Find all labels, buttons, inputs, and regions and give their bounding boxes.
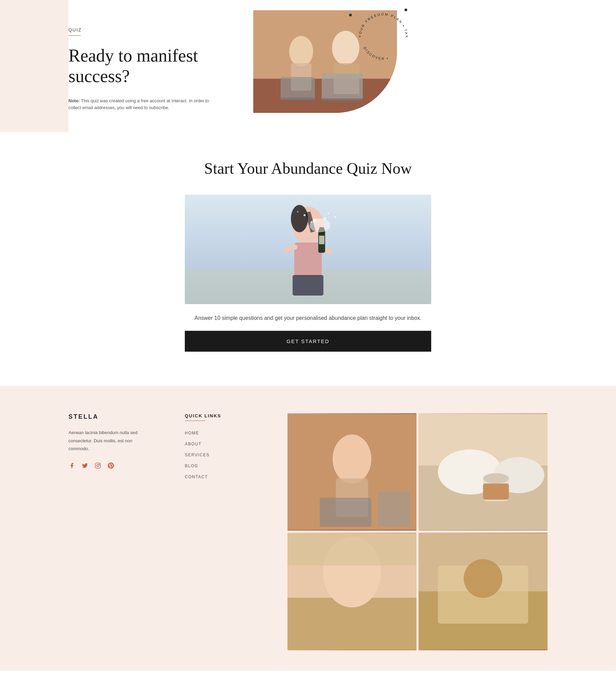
svg-rect-33: [95, 463, 101, 468]
footer-nav-about[interactable]: ABOUT: [185, 442, 267, 446]
svg-point-16: [291, 205, 308, 232]
abundance-title: Start Your Abundance Quiz Now: [204, 159, 412, 178]
quiz-note-bold: Note:: [68, 98, 80, 103]
svg-rect-51: [287, 533, 416, 565]
footer-nav-blog[interactable]: BLOG: [185, 464, 267, 468]
circular-text-container: YOUR FREEDOM PLAN • TAKE THE QUIZ • DISC…: [352, 7, 414, 68]
svg-rect-27: [293, 275, 323, 296]
svg-rect-39: [320, 498, 371, 527]
footer-social-links: [68, 462, 157, 469]
svg-point-34: [97, 465, 99, 467]
quiz-right-content: YOUR FREEDOM PLAN • TAKE THE QUIZ • DISC…: [233, 0, 616, 132]
svg-point-23: [310, 219, 330, 232]
footer-links-title: QUICK LINKS: [185, 413, 267, 418]
abundance-section: Start Your Abundance Quiz Now: [0, 132, 616, 386]
svg-text:DISCOVER •: DISCOVER •: [363, 46, 389, 61]
footer-links-divider: [185, 420, 205, 421]
footer: STELLA Aenean lacinia bibendum nulla sed…: [0, 386, 616, 671]
footer-description: Aenean lacinia bibendum nulla sed consec…: [68, 429, 151, 453]
svg-point-25: [324, 217, 326, 220]
get-started-button[interactable]: GET STARTED: [185, 331, 431, 352]
svg-point-29: [328, 213, 329, 214]
quiz-label-divider: [68, 35, 81, 36]
quiz-image-container: YOUR FREEDOM PLAN • TAKE THE QUIZ • DISC…: [253, 10, 404, 120]
footer-nav-contact[interactable]: CONTACT: [185, 474, 267, 479]
svg-point-37: [333, 435, 371, 484]
svg-text:YOUR FREEDOM PLAN • TAKE THE Q: YOUR FREEDOM PLAN • TAKE THE QUIZ •: [352, 7, 409, 39]
quiz-note: Note: This quiz was created using a free…: [68, 97, 212, 112]
footer-image-1: [287, 413, 416, 531]
abundance-description: Answer 10 simple questions and get your …: [194, 315, 422, 321]
svg-rect-18: [294, 243, 322, 277]
dot-decoration-right: [405, 9, 407, 11]
footer-nav-home[interactable]: HOME: [185, 431, 267, 435]
footer-logo: STELLA: [68, 413, 157, 420]
quiz-label: QUIZ: [68, 27, 212, 32]
svg-rect-47: [483, 484, 509, 500]
quiz-section: QUIZ Ready to manifest success? Note: Th…: [0, 0, 616, 132]
svg-point-35: [99, 464, 100, 465]
quiz-left-content: QUIZ Ready to manifest success? Note: Th…: [0, 0, 233, 132]
footer-image-2: [419, 413, 548, 531]
footer-nav-services[interactable]: SERVICES: [185, 453, 267, 457]
svg-point-31: [297, 211, 298, 212]
abundance-image-inner: [185, 195, 431, 304]
svg-point-46: [483, 473, 509, 484]
svg-rect-32: [319, 236, 324, 244]
footer-image-4: [419, 533, 548, 650]
twitter-icon[interactable]: [81, 462, 88, 469]
svg-point-26: [310, 221, 312, 223]
instagram-icon[interactable]: [94, 462, 101, 469]
footer-links: QUICK LINKS HOME ABOUT SERVICES BLOG CON…: [171, 413, 267, 650]
pinterest-icon[interactable]: [107, 462, 114, 469]
quiz-note-text: This quiz was created using a free accou…: [68, 98, 209, 110]
svg-point-55: [464, 559, 502, 598]
footer-brand: STELLA Aenean lacinia bibendum nulla sed…: [68, 413, 171, 650]
footer-image-3: [287, 533, 416, 650]
svg-rect-40: [378, 491, 410, 527]
svg-point-28: [304, 214, 306, 216]
dot-decoration-left: [349, 14, 352, 16]
facebook-icon[interactable]: [68, 462, 75, 469]
abundance-image: [185, 195, 431, 304]
svg-point-30: [335, 216, 336, 218]
quiz-title: Ready to manifest success?: [68, 45, 212, 87]
footer-images-grid: [287, 413, 548, 650]
svg-point-24: [313, 219, 317, 222]
